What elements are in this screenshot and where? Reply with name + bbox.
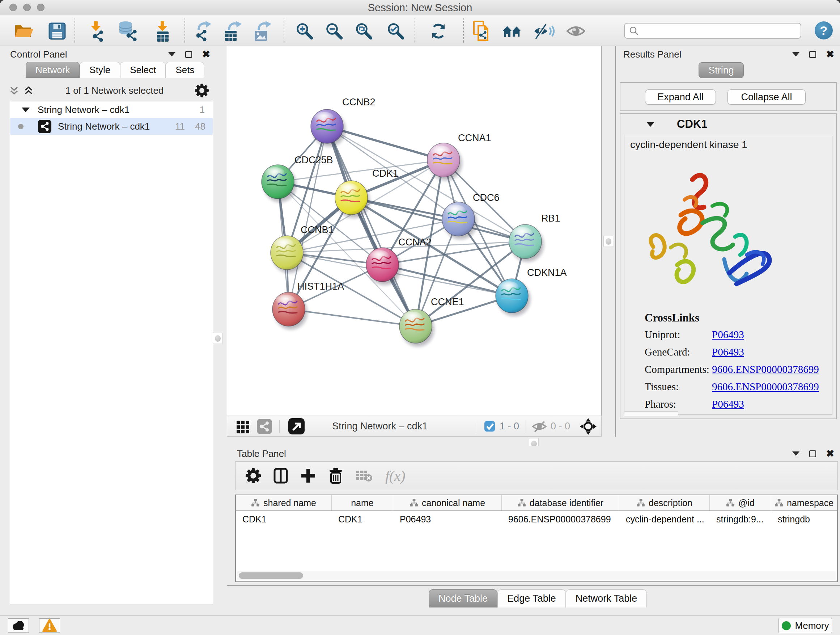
table-cell[interactable]: stringdb:9... (710, 511, 771, 527)
open-session-button[interactable] (13, 21, 35, 42)
tab-string[interactable]: String (699, 62, 744, 78)
tab-network[interactable]: Network (26, 62, 80, 78)
zoom-selected-button[interactable] (385, 21, 407, 42)
table-panel-collapse-button[interactable] (792, 451, 799, 456)
collection-expander-icon[interactable] (22, 108, 30, 112)
function-builder-icon[interactable]: f(x) (385, 467, 406, 485)
table-panel-close-button[interactable]: ✖ (826, 450, 834, 458)
control-panel-float-button[interactable] (185, 51, 192, 58)
zoom-in-button[interactable] (294, 21, 316, 42)
network-node-CCNA2[interactable]: CCNA2 (366, 237, 431, 285)
table-h-scrollbar-thumb[interactable] (239, 572, 303, 579)
hidden-eye-icon[interactable] (532, 420, 547, 432)
network-edge-CCNB2-CCNE1[interactable] (327, 126, 416, 326)
table-h-scrollbar[interactable] (237, 571, 836, 580)
crosslink-link[interactable]: 9606.ENSP00000378699 (712, 363, 819, 375)
first-neighbors-button[interactable] (501, 21, 523, 42)
network-node-CCNA1[interactable]: CCNA1 (427, 133, 491, 180)
control-panel-close-button[interactable]: ✖ (202, 50, 210, 58)
selected-checkbox-icon[interactable] (484, 421, 495, 432)
network-node-CCNB1[interactable]: CCNB1 (271, 225, 334, 273)
detach-view-button[interactable] (288, 418, 305, 434)
show-columns-icon[interactable] (273, 468, 288, 484)
table-cell[interactable]: CDK1 (332, 511, 393, 527)
column-header-shared-name[interactable]: shared name (236, 495, 332, 510)
table-cell[interactable]: cyclin-dependent ... (619, 511, 710, 527)
grid-view-icon[interactable] (235, 418, 251, 434)
results-panel-collapse-button[interactable] (792, 52, 799, 57)
network-view-share-icon[interactable] (256, 418, 273, 435)
column-header-id[interactable]: @id (710, 495, 771, 510)
import-table-button[interactable] (152, 21, 174, 42)
column-header-database-identifier[interactable]: database identifier (502, 495, 619, 510)
gene-expander-icon[interactable] (646, 122, 654, 127)
help-button[interactable]: ? (815, 21, 833, 40)
table-panel-float-button[interactable] (809, 450, 816, 457)
network-row[interactable]: String Network – cdk1 11 48 (10, 118, 213, 135)
expand-all-icon[interactable] (23, 85, 34, 96)
add-column-icon[interactable] (301, 468, 316, 483)
crosslink-link[interactable]: 9606.ENSP00000378699 (712, 381, 819, 393)
clone-network-button[interactable] (471, 21, 493, 42)
network-canvas[interactable]: CCNB2 CCNA1 CDC25B CDK1 CDC6 RB1 CCNB1 (227, 46, 602, 416)
crosslink-link[interactable]: P06493 (712, 329, 744, 340)
network-node-CDKN1A[interactable]: CDKN1A (496, 267, 567, 316)
table-cell[interactable]: 9606.ENSP00000378699 (502, 511, 619, 527)
cloud-status-button[interactable] (8, 618, 29, 633)
delete-table-icon[interactable] (355, 469, 373, 482)
birdseye-icon[interactable] (579, 418, 597, 435)
network-edge-HIST1H1A-CCNE1[interactable] (289, 309, 416, 326)
tab-network-table[interactable]: Network Table (566, 589, 647, 608)
hide-selected-button[interactable] (533, 21, 555, 42)
export-network-button[interactable] (193, 21, 214, 42)
control-panel-collapse-button[interactable] (168, 52, 175, 57)
import-network-from-database-button[interactable] (117, 21, 139, 42)
right-splitter-handle[interactable] (603, 236, 613, 247)
crosslink-link[interactable]: P06493 (712, 346, 744, 358)
warnings-button[interactable] (39, 618, 60, 633)
column-header-description[interactable]: description (619, 495, 710, 510)
tab-style[interactable]: Style (80, 62, 120, 78)
network-node-CDC25B[interactable]: CDC25B (262, 155, 333, 202)
zoom-out-button[interactable] (324, 21, 345, 42)
column-header-canonical-name[interactable]: canonical name (393, 495, 502, 510)
results-scrollbar[interactable] (624, 411, 678, 416)
zoom-fit-button[interactable] (353, 21, 375, 42)
import-network-button[interactable] (85, 21, 107, 42)
eye-slash-icon (534, 23, 554, 39)
results-panel-float-button[interactable] (809, 51, 816, 58)
table-cell[interactable]: P06493 (393, 511, 502, 527)
delete-column-icon[interactable] (328, 468, 343, 484)
apply-layout-button[interactable] (428, 21, 449, 42)
network-options-gear-icon[interactable] (195, 84, 209, 97)
tab-sets[interactable]: Sets (166, 62, 204, 78)
collapse-all-icon[interactable] (9, 85, 19, 96)
collapse-all-button[interactable]: Collapse All (728, 89, 806, 105)
table-row[interactable]: CDK1CDK1P064939606.ENSP00000378699cyclin… (236, 511, 837, 527)
right-splitter[interactable] (602, 46, 616, 437)
save-session-button[interactable] (46, 21, 68, 42)
search-input[interactable] (642, 25, 796, 37)
column-header-name[interactable]: name (332, 495, 393, 510)
show-all-button[interactable] (565, 21, 587, 42)
network-collection-row[interactable]: String Network – cdk1 1 (10, 101, 213, 118)
memory-button[interactable]: Memory (778, 618, 832, 633)
network-node-CCNB2[interactable]: CCNB2 (311, 97, 376, 147)
search-field[interactable] (624, 23, 801, 39)
tab-select[interactable]: Select (120, 62, 166, 78)
column-header-namespace[interactable]: namespace (771, 495, 837, 510)
tab-node-table[interactable]: Node Table (429, 589, 497, 608)
crosslink-link[interactable]: P06493 (712, 398, 744, 410)
export-table-button[interactable] (222, 21, 244, 42)
network-node-RB1[interactable]: RB1 (509, 213, 561, 262)
table-cell[interactable]: CDK1 (236, 511, 332, 527)
tab-edge-table[interactable]: Edge Table (497, 589, 566, 608)
table-cell[interactable]: stringdb (771, 511, 837, 527)
network-node-CCNE1[interactable]: CCNE1 (399, 296, 464, 347)
expand-all-button[interactable]: Expand All (645, 89, 716, 105)
table-settings-gear-icon[interactable] (246, 468, 261, 483)
export-image-button[interactable] (252, 21, 273, 42)
network-node-HIST1H1A[interactable]: HIST1H1A (272, 281, 344, 329)
results-panel-close-button[interactable]: ✖ (826, 50, 834, 58)
left-splitter-handle[interactable] (213, 333, 223, 344)
